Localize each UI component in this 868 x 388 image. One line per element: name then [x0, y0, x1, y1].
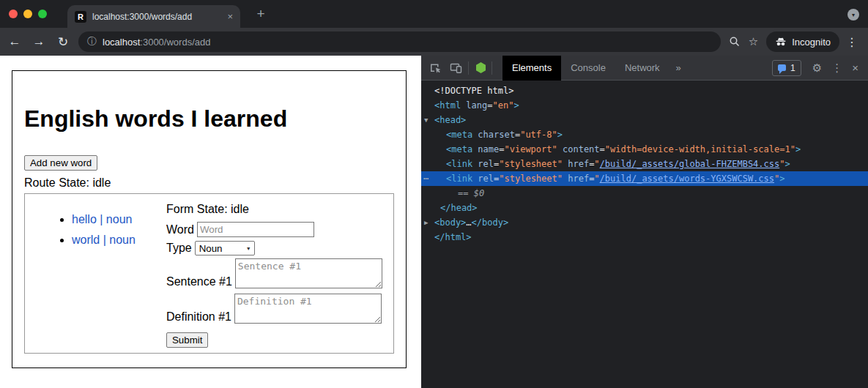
add-new-word-button[interactable]: Add new word: [24, 155, 97, 171]
code-text: <body>…</body>: [421, 217, 508, 228]
incognito-badge: Incognito: [766, 31, 839, 52]
tab-strip: R localhost:3000/words/add × + ▾: [0, 0, 868, 28]
page-title: English words I learned: [24, 105, 394, 133]
window-minimize-button[interactable]: [23, 10, 32, 18]
add-word-form: Form State: idle Word Type Noun ▼: [166, 194, 393, 353]
url-path: :3000/words/add: [140, 37, 210, 48]
device-toolbar-icon[interactable]: [450, 62, 462, 74]
tab-elements[interactable]: Elements: [502, 56, 561, 81]
incognito-label: Incognito: [792, 37, 831, 48]
code-text: <!DOCTYPE html>: [421, 86, 513, 96]
issues-count: 1: [790, 63, 795, 73]
window-controls: [9, 10, 47, 18]
type-label: Type: [166, 242, 192, 255]
code-text: </head>: [421, 203, 478, 213]
word-label: Word: [166, 223, 194, 236]
browser-tab[interactable]: R localhost:3000/words/add ×: [67, 5, 240, 28]
window-maximize-button[interactable]: [38, 10, 47, 18]
type-select[interactable]: Noun ▼: [195, 241, 255, 255]
tab-search-button[interactable]: ▾: [847, 9, 859, 20]
code-line[interactable]: </html>: [421, 230, 868, 245]
tab-console[interactable]: Console: [561, 56, 615, 81]
inspect-element-icon[interactable]: [429, 61, 442, 74]
toolbar-divider: [468, 61, 469, 75]
tab-title: localhost:3000/words/add: [92, 12, 221, 22]
code-line[interactable]: <meta name="viewport" content="width=dev…: [421, 142, 868, 157]
list-item: world | noun: [72, 234, 166, 247]
reload-button[interactable]: ↻: [53, 34, 73, 50]
more-tabs-icon[interactable]: »: [669, 62, 688, 73]
browser-window: R localhost:3000/words/add × + ▾ ← → ↻ ⓘ…: [0, 0, 868, 388]
word-link-world[interactable]: world | noun: [72, 234, 136, 246]
word-list: hello | noun world | noun: [42, 213, 166, 247]
node-extension-icon[interactable]: [476, 62, 486, 73]
devtools-tabs: Elements Console Network »: [502, 56, 688, 81]
form-state-text: Form State: idle: [166, 203, 393, 216]
submit-button[interactable]: Submit: [166, 332, 208, 348]
definition-label: Definition #1: [166, 310, 231, 324]
word-input[interactable]: [197, 222, 314, 237]
code-text: <link rel="stylesheet" href="/build/_ass…: [421, 174, 784, 184]
type-select-value: Noun: [199, 243, 223, 254]
code-line[interactable]: == $0: [421, 186, 868, 201]
sentence-label: Sentence #1: [166, 275, 232, 288]
devtools-toolbar: Elements Console Network » 1 ⚙ ⋮ ×: [421, 56, 868, 81]
bookmark-star-icon[interactable]: ☆: [749, 35, 758, 48]
remix-favicon-icon: R: [75, 11, 86, 23]
devtools-settings-icon[interactable]: ⚙: [812, 61, 822, 75]
code-text: <meta charset="utf-8">: [421, 130, 563, 140]
code-line[interactable]: <html lang="en">: [421, 98, 868, 113]
collapse-icon[interactable]: ▼: [424, 113, 428, 127]
issues-counter[interactable]: 1: [772, 60, 801, 76]
select-arrow-icon: ▼: [246, 246, 251, 251]
code-text: <html lang="en">: [421, 100, 519, 111]
main-content: English words I learned Add new word Rou…: [0, 56, 868, 388]
tab-network[interactable]: Network: [615, 56, 669, 81]
expand-icon[interactable]: ▶: [424, 215, 428, 230]
devtools-close-icon[interactable]: ×: [852, 61, 858, 74]
window-close-button[interactable]: [9, 10, 18, 18]
code-text: == $0: [421, 188, 484, 198]
address-bar: ← → ↻ ⓘ localhost:3000/words/add ☆ Incog…: [0, 28, 868, 56]
tab-close-icon[interactable]: ×: [227, 11, 233, 22]
url-host: localhost: [103, 37, 140, 48]
url-text: localhost:3000/words/add: [103, 37, 210, 48]
devtools-menu-icon[interactable]: ⋮: [831, 61, 842, 75]
code-line[interactable]: ▶<body>…</body>: [421, 215, 868, 230]
web-page: English words I learned Add new word Rou…: [0, 56, 421, 388]
code-line[interactable]: </head>: [421, 201, 868, 215]
sentence-textarea[interactable]: [235, 258, 382, 288]
code-line[interactable]: ▼<head>: [421, 113, 868, 127]
list-item: hello | noun: [72, 213, 166, 226]
url-input[interactable]: ⓘ localhost:3000/words/add: [78, 31, 721, 52]
code-line[interactable]: <link rel="stylesheet" href="/build/_ass…: [421, 157, 868, 171]
zoom-icon[interactable]: [729, 36, 741, 48]
new-tab-button[interactable]: +: [251, 4, 271, 24]
word-link-hello[interactable]: hello | noun: [72, 213, 132, 225]
word-list-column: hello | noun world | noun: [25, 194, 166, 353]
definition-textarea[interactable]: [234, 294, 382, 324]
code-text: </html>: [421, 232, 472, 242]
forward-button[interactable]: →: [29, 34, 48, 49]
incognito-icon: [775, 36, 787, 48]
route-state-text: Route State: idle: [24, 176, 394, 190]
issues-bubble-icon: [778, 64, 786, 71]
code-line[interactable]: <!DOCTYPE html>: [421, 83, 868, 98]
code-line[interactable]: <meta charset="utf-8">: [421, 127, 868, 142]
words-panel: hello | noun world | noun Form State: id…: [24, 193, 394, 354]
more-actions-icon[interactable]: ⋯: [423, 171, 429, 186]
toolbar-divider: [492, 61, 492, 75]
app-container: English words I learned Add new word Rou…: [12, 70, 407, 368]
page-info-icon[interactable]: ⓘ: [87, 35, 97, 48]
back-button[interactable]: ←: [5, 34, 24, 49]
code-text: <meta name="viewport" content="width=dev…: [421, 144, 801, 154]
code-line-selected[interactable]: ⋯<link rel="stylesheet" href="/build/_as…: [421, 171, 868, 186]
code-text: <link rel="stylesheet" href="/build/_ass…: [421, 159, 790, 169]
devtools-code: <!DOCTYPE html><html lang="en">▼<head><m…: [421, 81, 868, 388]
devtools-panel: Elements Console Network » 1 ⚙ ⋮ × <!DOC…: [421, 56, 868, 388]
browser-menu-icon[interactable]: ⋮: [846, 35, 858, 49]
